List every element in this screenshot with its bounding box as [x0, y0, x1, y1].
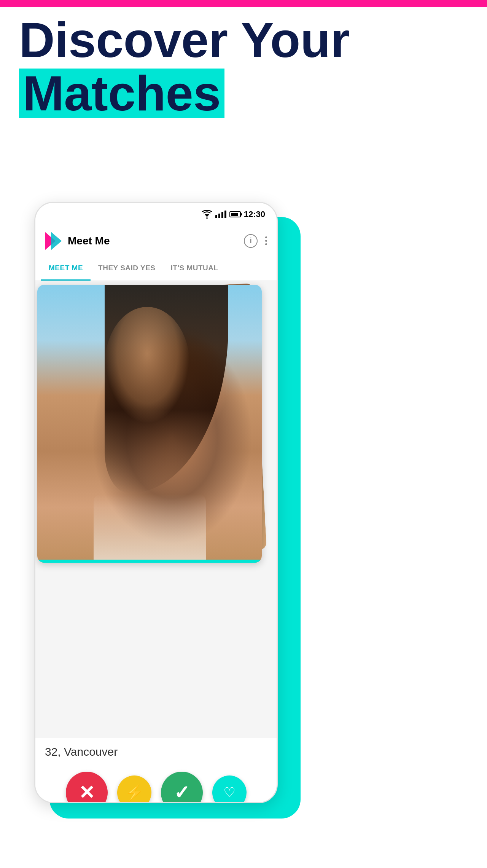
heart-button[interactable]: ♡: [212, 775, 247, 803]
info-button[interactable]: i: [244, 234, 258, 248]
no-button[interactable]: ✕: [66, 772, 108, 803]
no-icon: ✕: [79, 783, 95, 802]
wifi-icon: [202, 210, 212, 219]
hero-title-line2: Matches: [23, 65, 221, 121]
boost-icon: ⚡: [125, 784, 144, 802]
heart-icon: ♡: [223, 785, 236, 801]
more-button[interactable]: [265, 236, 267, 245]
tab-its-mutual[interactable]: IT'S MUTUAL: [163, 256, 226, 281]
phone-frame: 12:30 Meet Me i: [34, 202, 278, 803]
status-icons: 12:30: [202, 209, 265, 219]
yes-icon: ✓: [174, 782, 190, 803]
hero-section: Discover Your Matches: [19, 15, 468, 118]
hero-highlight: Matches: [19, 69, 224, 118]
profile-location: 32, Vancouver: [45, 745, 118, 758]
tab-meet-me[interactable]: MEET ME: [41, 256, 91, 281]
tabs-bar: MEET ME THEY SAID YES IT'S MUTUAL: [35, 256, 277, 281]
app-header: Meet Me i: [35, 226, 277, 256]
tab-meet-me-label: MEET ME: [49, 264, 83, 272]
tab-its-mutual-label: IT'S MUTUAL: [171, 264, 218, 272]
signal-icon: [215, 211, 226, 218]
card-bottom-bar: [37, 560, 262, 563]
status-time: 12:30: [244, 209, 265, 219]
dot-3: [265, 243, 267, 245]
dot-2: [265, 240, 267, 242]
svg-point-1: [206, 217, 208, 219]
app-logo-icon: [45, 232, 63, 250]
clothing-hint: [94, 494, 206, 563]
profile-info: 32, Vancouver: [35, 738, 277, 762]
top-accent-bar: [0, 0, 487, 7]
profile-card-front[interactable]: [37, 285, 262, 563]
battery-icon: [229, 211, 241, 217]
card-photo: [37, 285, 262, 563]
app-logo: Meet Me: [45, 232, 244, 250]
dot-1: [265, 236, 267, 238]
boost-button[interactable]: ⚡: [117, 775, 151, 803]
hero-title-line1: Discover Your: [19, 15, 468, 65]
logo-triangle-teal: [51, 232, 62, 250]
info-icon: i: [250, 236, 252, 245]
yes-button[interactable]: ✓: [161, 772, 203, 803]
profile-cards-area: [35, 281, 277, 738]
tab-they-said-yes-label: THEY SAID YES: [98, 264, 155, 272]
action-buttons: ✕ ⚡ ✓ ♡: [35, 762, 277, 803]
svg-marker-0: [205, 214, 209, 217]
app-title: Meet Me: [68, 235, 110, 247]
tab-they-said-yes[interactable]: THEY SAID YES: [91, 256, 163, 281]
status-bar: 12:30: [35, 203, 277, 226]
header-actions: i: [244, 234, 267, 248]
face-highlight: [105, 307, 190, 424]
phone-mockup-container: 12:30 Meet Me i: [34, 202, 289, 841]
